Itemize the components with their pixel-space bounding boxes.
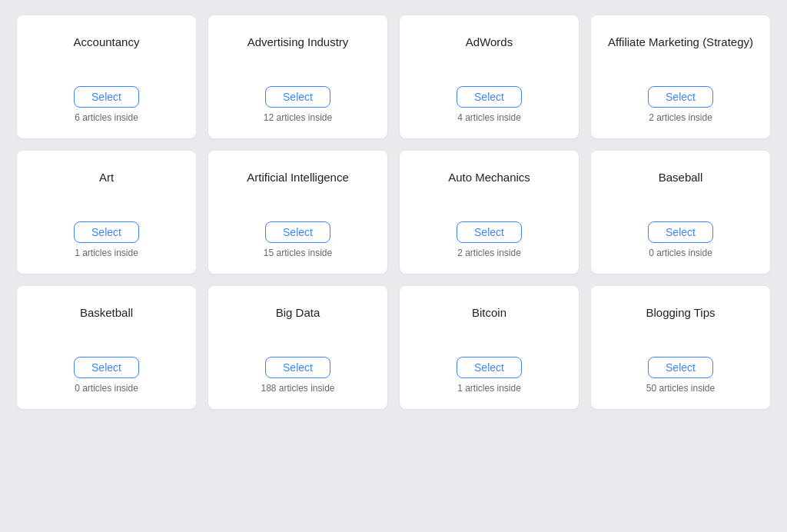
category-title: Artificial Intelligence bbox=[247, 169, 349, 185]
category-card: Blogging TipsSelect50 articles inside bbox=[591, 286, 770, 409]
category-title: Accountancy bbox=[74, 34, 140, 50]
category-title: Blogging Tips bbox=[646, 304, 715, 321]
select-button[interactable]: Select bbox=[265, 357, 330, 378]
article-count: 188 articles inside bbox=[261, 383, 334, 394]
category-card: Advertising IndustrySelect12 articles in… bbox=[208, 15, 387, 138]
category-title: AdWords bbox=[466, 34, 513, 50]
card-bottom-section: Select6 articles inside bbox=[74, 86, 139, 123]
article-count: 15 articles inside bbox=[264, 248, 332, 258]
article-count: 0 articles inside bbox=[649, 248, 712, 258]
category-title: Auto Mechanics bbox=[448, 169, 530, 185]
category-title: Bitcoin bbox=[472, 304, 506, 321]
card-bottom-section: Select4 articles inside bbox=[457, 86, 522, 123]
article-count: 1 articles inside bbox=[457, 383, 521, 394]
select-button[interactable]: Select bbox=[74, 86, 139, 108]
card-bottom-section: Select1 articles inside bbox=[74, 221, 139, 258]
category-card: BaseballSelect0 articles inside bbox=[591, 151, 770, 274]
article-count: 2 articles inside bbox=[649, 112, 712, 123]
select-button[interactable]: Select bbox=[648, 357, 713, 378]
select-button[interactable]: Select bbox=[74, 357, 139, 378]
category-card: Affiliate Marketing (Strategy)Select2 ar… bbox=[591, 15, 770, 138]
category-card: AdWordsSelect4 articles inside bbox=[400, 15, 579, 138]
select-button[interactable]: Select bbox=[457, 221, 522, 243]
article-count: 1 articles inside bbox=[75, 248, 138, 258]
select-button[interactable]: Select bbox=[457, 357, 522, 378]
card-bottom-section: Select1 articles inside bbox=[457, 357, 522, 394]
category-title: Advertising Industry bbox=[247, 34, 349, 50]
category-card: Big DataSelect188 articles inside bbox=[208, 286, 387, 409]
card-bottom-section: Select2 articles inside bbox=[648, 86, 713, 123]
card-bottom-section: Select188 articles inside bbox=[261, 357, 334, 394]
category-card: Artificial IntelligenceSelect15 articles… bbox=[208, 151, 387, 274]
card-bottom-section: Select50 articles inside bbox=[646, 357, 715, 394]
category-card: ArtSelect1 articles inside bbox=[17, 151, 196, 274]
select-button[interactable]: Select bbox=[265, 86, 330, 108]
select-button[interactable]: Select bbox=[74, 221, 139, 243]
article-count: 6 articles inside bbox=[75, 112, 138, 123]
category-title: Basketball bbox=[80, 304, 133, 321]
article-count: 0 articles inside bbox=[75, 383, 138, 394]
category-grid: AccountancySelect6 articles insideAdvert… bbox=[17, 15, 770, 409]
category-title: Art bbox=[99, 169, 114, 185]
category-card: AccountancySelect6 articles inside bbox=[17, 15, 196, 138]
card-bottom-section: Select15 articles inside bbox=[264, 221, 332, 258]
category-card: Auto MechanicsSelect2 articles inside bbox=[400, 151, 579, 274]
article-count: 4 articles inside bbox=[457, 112, 521, 123]
card-bottom-section: Select0 articles inside bbox=[648, 221, 713, 258]
select-button[interactable]: Select bbox=[265, 221, 330, 243]
category-title: Baseball bbox=[659, 169, 703, 185]
card-bottom-section: Select0 articles inside bbox=[74, 357, 139, 394]
category-card: BasketballSelect0 articles inside bbox=[17, 286, 196, 409]
article-count: 12 articles inside bbox=[264, 112, 332, 123]
select-button[interactable]: Select bbox=[648, 86, 713, 108]
category-title: Big Data bbox=[276, 304, 320, 321]
card-bottom-section: Select2 articles inside bbox=[457, 221, 522, 258]
select-button[interactable]: Select bbox=[648, 221, 713, 243]
category-title: Affiliate Marketing (Strategy) bbox=[608, 34, 753, 50]
article-count: 50 articles inside bbox=[646, 383, 715, 394]
category-card: BitcoinSelect1 articles inside bbox=[400, 286, 579, 409]
select-button[interactable]: Select bbox=[457, 86, 522, 108]
article-count: 2 articles inside bbox=[457, 248, 521, 258]
card-bottom-section: Select12 articles inside bbox=[264, 86, 332, 123]
